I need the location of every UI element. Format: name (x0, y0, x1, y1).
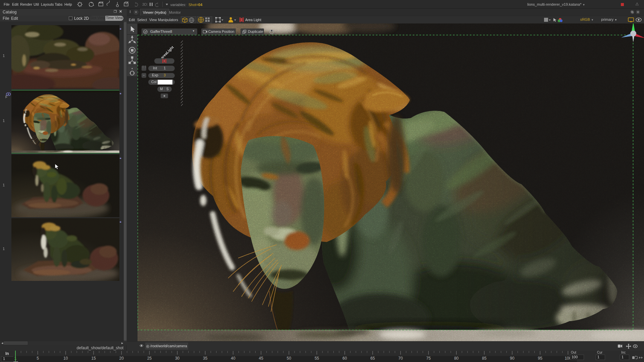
svg-text:35: 35 (203, 356, 208, 361)
svg-text:65: 65 (370, 356, 375, 361)
svg-text:85: 85 (482, 356, 487, 361)
svg-text:95: 95 (538, 356, 543, 361)
svg-text:1: 1 (14, 356, 17, 361)
svg-text:75: 75 (426, 356, 431, 361)
svg-text:45: 45 (259, 356, 264, 361)
svg-text:50: 50 (287, 356, 291, 361)
svg-text:3D:: 3D: (142, 2, 148, 6)
svg-text:25: 25 (147, 356, 152, 361)
svg-text:40: 40 (231, 356, 235, 361)
svg-text:10: 10 (63, 356, 68, 361)
svg-text:70: 70 (398, 356, 403, 361)
svg-text:20: 20 (119, 356, 124, 361)
svg-text:15: 15 (91, 356, 96, 361)
svg-text:80: 80 (454, 356, 459, 361)
svg-text:90: 90 (510, 356, 515, 361)
svg-text:30: 30 (175, 356, 180, 361)
svg-text:60: 60 (342, 356, 347, 361)
svg-text:55: 55 (315, 356, 319, 361)
svg-text:5: 5 (37, 356, 39, 361)
